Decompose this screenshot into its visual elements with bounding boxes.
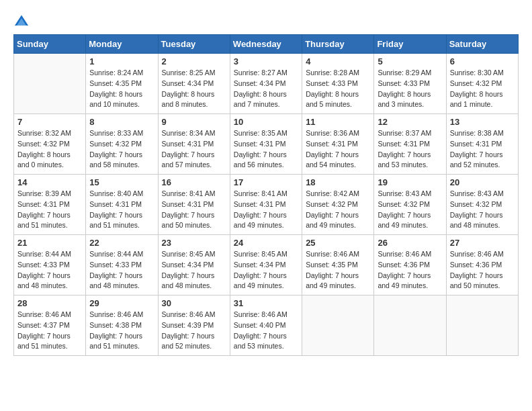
calendar-cell: 15Sunrise: 8:40 AMSunset: 4:31 PMDayligh… [86, 175, 158, 235]
calendar-cell: 18Sunrise: 8:42 AMSunset: 4:32 PMDayligh… [302, 175, 374, 235]
day-info: Sunrise: 8:46 AMSunset: 4:36 PMDaylight:… [378, 249, 442, 291]
calendar-cell: 12Sunrise: 8:37 AMSunset: 4:31 PMDayligh… [374, 114, 446, 175]
day-number: 24 [234, 238, 298, 248]
day-number: 3 [234, 56, 298, 66]
day-info: Sunrise: 8:39 AMSunset: 4:31 PMDaylight:… [17, 189, 82, 231]
calendar-cell: 16Sunrise: 8:41 AMSunset: 4:31 PMDayligh… [158, 175, 230, 235]
calendar-cell: 19Sunrise: 8:43 AMSunset: 4:32 PMDayligh… [374, 175, 446, 235]
calendar-cell: 27Sunrise: 8:46 AMSunset: 4:36 PMDayligh… [446, 235, 518, 295]
calendar-cell: 21Sunrise: 8:44 AMSunset: 4:33 PMDayligh… [14, 235, 86, 295]
calendar-cell [374, 295, 446, 356]
calendar-cell [302, 295, 374, 356]
day-info: Sunrise: 8:29 AMSunset: 4:33 PMDaylight:… [378, 68, 442, 110]
calendar-cell: 10Sunrise: 8:35 AMSunset: 4:31 PMDayligh… [230, 114, 302, 175]
day-number: 10 [234, 117, 298, 127]
calendar-cell: 23Sunrise: 8:45 AMSunset: 4:34 PMDayligh… [158, 235, 230, 295]
page-header [13, 13, 519, 28]
calendar-cell: 22Sunrise: 8:44 AMSunset: 4:33 PMDayligh… [86, 235, 158, 295]
calendar-cell: 31Sunrise: 8:46 AMSunset: 4:40 PMDayligh… [230, 295, 302, 356]
day-info: Sunrise: 8:46 AMSunset: 4:38 PMDaylight:… [89, 310, 154, 352]
calendar-cell: 14Sunrise: 8:39 AMSunset: 4:31 PMDayligh… [14, 175, 86, 235]
day-number: 12 [378, 117, 442, 127]
logo [13, 13, 32, 28]
day-number: 9 [162, 117, 226, 127]
day-info: Sunrise: 8:46 AMSunset: 4:35 PMDaylight:… [306, 249, 370, 291]
calendar-cell: 9Sunrise: 8:34 AMSunset: 4:31 PMDaylight… [158, 114, 230, 175]
day-number: 8 [89, 117, 154, 127]
day-number: 26 [378, 238, 442, 248]
day-info: Sunrise: 8:36 AMSunset: 4:31 PMDaylight:… [306, 128, 370, 171]
day-number: 28 [17, 298, 82, 308]
day-number: 20 [450, 177, 515, 187]
day-info: Sunrise: 8:46 AMSunset: 4:36 PMDaylight:… [450, 249, 515, 291]
day-info: Sunrise: 8:24 AMSunset: 4:35 PMDaylight:… [89, 68, 154, 110]
calendar-table: SundayMondayTuesdayWednesdayThursdayFrid… [13, 34, 519, 356]
calendar-cell: 24Sunrise: 8:45 AMSunset: 4:34 PMDayligh… [230, 235, 302, 295]
col-header-wednesday: Wednesday [230, 35, 302, 54]
day-info: Sunrise: 8:30 AMSunset: 4:32 PMDaylight:… [450, 68, 515, 110]
col-header-sunday: Sunday [14, 35, 86, 54]
calendar-cell: 11Sunrise: 8:36 AMSunset: 4:31 PMDayligh… [302, 114, 374, 175]
logo-icon [13, 14, 30, 28]
day-number: 21 [17, 238, 82, 248]
day-number: 31 [234, 298, 298, 308]
calendar-cell: 29Sunrise: 8:46 AMSunset: 4:38 PMDayligh… [86, 295, 158, 356]
day-number: 23 [162, 238, 226, 248]
day-info: Sunrise: 8:37 AMSunset: 4:31 PMDaylight:… [378, 128, 442, 171]
calendar-cell: 13Sunrise: 8:38 AMSunset: 4:31 PMDayligh… [446, 114, 518, 175]
day-number: 19 [378, 177, 442, 187]
calendar-cell: 8Sunrise: 8:33 AMSunset: 4:32 PMDaylight… [86, 114, 158, 175]
day-number: 18 [306, 177, 370, 187]
col-header-thursday: Thursday [302, 35, 374, 54]
day-info: Sunrise: 8:35 AMSunset: 4:31 PMDaylight:… [234, 128, 298, 171]
day-number: 14 [17, 177, 82, 187]
day-info: Sunrise: 8:38 AMSunset: 4:31 PMDaylight:… [450, 128, 515, 171]
day-number: 17 [234, 177, 298, 187]
day-number: 27 [450, 238, 515, 248]
calendar-cell: 1Sunrise: 8:24 AMSunset: 4:35 PMDaylight… [86, 54, 158, 114]
calendar-cell: 25Sunrise: 8:46 AMSunset: 4:35 PMDayligh… [302, 235, 374, 295]
calendar-cell: 3Sunrise: 8:27 AMSunset: 4:34 PMDaylight… [230, 54, 302, 114]
calendar-cell [446, 295, 518, 356]
day-info: Sunrise: 8:41 AMSunset: 4:31 PMDaylight:… [234, 189, 298, 231]
calendar-cell: 20Sunrise: 8:43 AMSunset: 4:32 PMDayligh… [446, 175, 518, 235]
day-info: Sunrise: 8:44 AMSunset: 4:33 PMDaylight:… [89, 249, 154, 291]
calendar-cell: 5Sunrise: 8:29 AMSunset: 4:33 PMDaylight… [374, 54, 446, 114]
day-info: Sunrise: 8:33 AMSunset: 4:32 PMDaylight:… [89, 128, 154, 171]
day-number: 30 [162, 298, 226, 308]
day-number: 13 [450, 117, 515, 127]
calendar-cell: 2Sunrise: 8:25 AMSunset: 4:34 PMDaylight… [158, 54, 230, 114]
col-header-monday: Monday [86, 35, 158, 54]
calendar-cell: 28Sunrise: 8:46 AMSunset: 4:37 PMDayligh… [14, 295, 86, 356]
day-info: Sunrise: 8:34 AMSunset: 4:31 PMDaylight:… [162, 128, 226, 171]
day-info: Sunrise: 8:45 AMSunset: 4:34 PMDaylight:… [234, 249, 298, 291]
day-info: Sunrise: 8:27 AMSunset: 4:34 PMDaylight:… [234, 68, 298, 110]
calendar-cell [14, 54, 86, 114]
day-info: Sunrise: 8:43 AMSunset: 4:32 PMDaylight:… [450, 189, 515, 231]
day-info: Sunrise: 8:45 AMSunset: 4:34 PMDaylight:… [162, 249, 226, 291]
day-info: Sunrise: 8:46 AMSunset: 4:37 PMDaylight:… [17, 310, 82, 352]
day-number: 11 [306, 117, 370, 127]
day-info: Sunrise: 8:32 AMSunset: 4:32 PMDaylight:… [17, 128, 82, 171]
day-number: 5 [378, 56, 442, 66]
calendar-cell: 4Sunrise: 8:28 AMSunset: 4:33 PMDaylight… [302, 54, 374, 114]
day-info: Sunrise: 8:46 AMSunset: 4:40 PMDaylight:… [234, 310, 298, 352]
day-info: Sunrise: 8:42 AMSunset: 4:32 PMDaylight:… [306, 189, 370, 231]
col-header-tuesday: Tuesday [158, 35, 230, 54]
day-info: Sunrise: 8:46 AMSunset: 4:39 PMDaylight:… [162, 310, 226, 352]
calendar-cell: 17Sunrise: 8:41 AMSunset: 4:31 PMDayligh… [230, 175, 302, 235]
day-info: Sunrise: 8:43 AMSunset: 4:32 PMDaylight:… [378, 189, 442, 231]
day-number: 15 [89, 177, 154, 187]
calendar-cell: 7Sunrise: 8:32 AMSunset: 4:32 PMDaylight… [14, 114, 86, 175]
day-info: Sunrise: 8:28 AMSunset: 4:33 PMDaylight:… [306, 68, 370, 110]
col-header-saturday: Saturday [446, 35, 518, 54]
calendar-cell: 30Sunrise: 8:46 AMSunset: 4:39 PMDayligh… [158, 295, 230, 356]
day-number: 4 [306, 56, 370, 66]
day-info: Sunrise: 8:25 AMSunset: 4:34 PMDaylight:… [162, 68, 226, 110]
day-number: 7 [17, 117, 82, 127]
day-info: Sunrise: 8:44 AMSunset: 4:33 PMDaylight:… [17, 249, 82, 291]
day-number: 1 [89, 56, 154, 66]
day-info: Sunrise: 8:41 AMSunset: 4:31 PMDaylight:… [162, 189, 226, 231]
day-number: 16 [162, 177, 226, 187]
day-number: 29 [89, 298, 154, 308]
